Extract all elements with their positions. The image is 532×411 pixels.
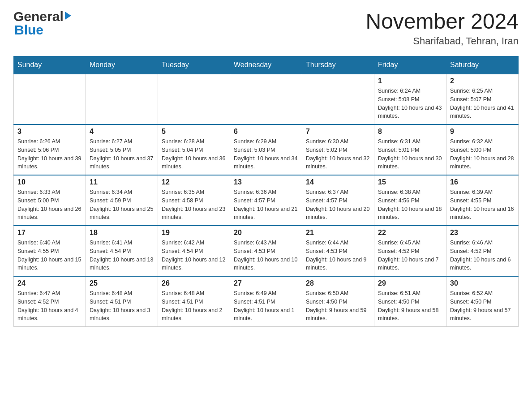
day-number: 13	[234, 178, 298, 186]
day-number: 9	[450, 128, 515, 136]
calendar-header: SundayMondayTuesdayWednesdayThursdayFrid…	[14, 56, 519, 74]
table-row: 10Sunrise: 6:33 AMSunset: 5:00 PMDayligh…	[14, 175, 86, 226]
page-header: General Blue November 2024 Sharifabad, T…	[13, 9, 519, 47]
calendar-table: SundayMondayTuesdayWednesdayThursdayFrid…	[13, 56, 519, 327]
day-number: 20	[234, 229, 298, 237]
logo-arrow-icon	[65, 12, 71, 20]
table-row: 29Sunrise: 6:51 AMSunset: 4:50 PMDayligh…	[374, 276, 446, 327]
day-number: 14	[306, 178, 370, 186]
day-number: 30	[450, 279, 515, 287]
table-row: 12Sunrise: 6:35 AMSunset: 4:58 PMDayligh…	[158, 175, 230, 226]
weekday-header-sunday: Sunday	[14, 56, 86, 74]
day-number: 6	[234, 128, 298, 136]
table-row: 14Sunrise: 6:37 AMSunset: 4:57 PMDayligh…	[302, 175, 374, 226]
table-row: 23Sunrise: 6:46 AMSunset: 4:52 PMDayligh…	[446, 226, 519, 276]
day-number: 23	[450, 229, 515, 237]
table-row	[158, 74, 230, 124]
table-row: 25Sunrise: 6:48 AMSunset: 4:51 PMDayligh…	[86, 276, 158, 327]
day-info: Sunrise: 6:45 AMSunset: 4:52 PMDaylight:…	[378, 239, 442, 272]
day-number: 16	[450, 178, 515, 186]
day-number: 28	[306, 279, 370, 287]
table-row: 4Sunrise: 6:27 AMSunset: 5:05 PMDaylight…	[86, 124, 158, 175]
table-row: 17Sunrise: 6:40 AMSunset: 4:55 PMDayligh…	[14, 226, 86, 276]
day-info: Sunrise: 6:33 AMSunset: 5:00 PMDaylight:…	[17, 188, 82, 222]
week-row-5: 24Sunrise: 6:47 AMSunset: 4:52 PMDayligh…	[14, 276, 519, 327]
location-title: Sharifabad, Tehran, Iran	[365, 35, 519, 47]
day-info: Sunrise: 6:30 AMSunset: 5:02 PMDaylight:…	[306, 137, 370, 171]
weekday-header-friday: Friday	[374, 56, 446, 74]
day-info: Sunrise: 6:35 AMSunset: 4:58 PMDaylight:…	[162, 188, 226, 222]
weekday-header-monday: Monday	[86, 56, 158, 74]
day-number: 11	[90, 178, 154, 186]
week-row-2: 3Sunrise: 6:26 AMSunset: 5:06 PMDaylight…	[14, 124, 519, 175]
day-info: Sunrise: 6:27 AMSunset: 5:05 PMDaylight:…	[90, 137, 154, 171]
table-row	[14, 74, 86, 124]
day-number: 3	[17, 128, 82, 136]
day-number: 5	[162, 128, 226, 136]
table-row: 8Sunrise: 6:31 AMSunset: 5:01 PMDaylight…	[374, 124, 446, 175]
table-row	[230, 74, 302, 124]
day-info: Sunrise: 6:48 AMSunset: 4:51 PMDaylight:…	[162, 289, 226, 323]
day-info: Sunrise: 6:40 AMSunset: 4:55 PMDaylight:…	[17, 239, 82, 272]
day-info: Sunrise: 6:50 AMSunset: 4:50 PMDaylight:…	[306, 289, 370, 323]
table-row: 11Sunrise: 6:34 AMSunset: 4:59 PMDayligh…	[86, 175, 158, 226]
week-row-1: 1Sunrise: 6:24 AMSunset: 5:08 PMDaylight…	[14, 74, 519, 124]
day-number: 1	[378, 77, 442, 85]
weekday-header-wednesday: Wednesday	[230, 56, 302, 74]
day-number: 12	[162, 178, 226, 186]
day-number: 26	[162, 279, 226, 287]
title-block: November 2024 Sharifabad, Tehran, Iran	[365, 9, 519, 47]
day-info: Sunrise: 6:39 AMSunset: 4:55 PMDaylight:…	[450, 188, 515, 222]
day-info: Sunrise: 6:24 AMSunset: 5:08 PMDaylight:…	[378, 87, 442, 120]
table-row: 13Sunrise: 6:36 AMSunset: 4:57 PMDayligh…	[230, 175, 302, 226]
day-number: 10	[17, 178, 82, 186]
table-row: 3Sunrise: 6:26 AMSunset: 5:06 PMDaylight…	[14, 124, 86, 175]
day-info: Sunrise: 6:43 AMSunset: 4:53 PMDaylight:…	[234, 239, 298, 272]
day-number: 25	[90, 279, 154, 287]
week-row-3: 10Sunrise: 6:33 AMSunset: 5:00 PMDayligh…	[14, 175, 519, 226]
table-row: 28Sunrise: 6:50 AMSunset: 4:50 PMDayligh…	[302, 276, 374, 327]
day-number: 21	[306, 229, 370, 237]
day-number: 15	[378, 178, 442, 186]
table-row: 16Sunrise: 6:39 AMSunset: 4:55 PMDayligh…	[446, 175, 519, 226]
day-info: Sunrise: 6:44 AMSunset: 4:53 PMDaylight:…	[306, 239, 370, 272]
day-info: Sunrise: 6:36 AMSunset: 4:57 PMDaylight:…	[234, 188, 298, 222]
day-number: 7	[306, 128, 370, 136]
logo-general-text: General	[13, 9, 64, 24]
day-info: Sunrise: 6:42 AMSunset: 4:54 PMDaylight:…	[162, 239, 226, 272]
day-info: Sunrise: 6:28 AMSunset: 5:04 PMDaylight:…	[162, 137, 226, 171]
day-info: Sunrise: 6:48 AMSunset: 4:51 PMDaylight:…	[90, 289, 154, 323]
table-row: 19Sunrise: 6:42 AMSunset: 4:54 PMDayligh…	[158, 226, 230, 276]
day-info: Sunrise: 6:34 AMSunset: 4:59 PMDaylight:…	[90, 188, 154, 222]
day-info: Sunrise: 6:29 AMSunset: 5:03 PMDaylight:…	[234, 137, 298, 171]
day-info: Sunrise: 6:37 AMSunset: 4:57 PMDaylight:…	[306, 188, 370, 222]
week-row-4: 17Sunrise: 6:40 AMSunset: 4:55 PMDayligh…	[14, 226, 519, 276]
weekday-header-tuesday: Tuesday	[158, 56, 230, 74]
day-number: 17	[17, 229, 82, 237]
day-info: Sunrise: 6:32 AMSunset: 5:00 PMDaylight:…	[450, 137, 515, 171]
day-info: Sunrise: 6:41 AMSunset: 4:54 PMDaylight:…	[90, 239, 154, 272]
table-row: 2Sunrise: 6:25 AMSunset: 5:07 PMDaylight…	[446, 74, 519, 124]
table-row: 22Sunrise: 6:45 AMSunset: 4:52 PMDayligh…	[374, 226, 446, 276]
weekday-header-row: SundayMondayTuesdayWednesdayThursdayFrid…	[14, 56, 519, 74]
table-row: 27Sunrise: 6:49 AMSunset: 4:51 PMDayligh…	[230, 276, 302, 327]
logo: General Blue	[13, 9, 71, 38]
table-row: 5Sunrise: 6:28 AMSunset: 5:04 PMDaylight…	[158, 124, 230, 175]
day-number: 8	[378, 128, 442, 136]
calendar-body: 1Sunrise: 6:24 AMSunset: 5:08 PMDaylight…	[14, 74, 519, 327]
table-row: 7Sunrise: 6:30 AMSunset: 5:02 PMDaylight…	[302, 124, 374, 175]
table-row: 30Sunrise: 6:52 AMSunset: 4:50 PMDayligh…	[446, 276, 519, 327]
day-number: 29	[378, 279, 442, 287]
day-info: Sunrise: 6:46 AMSunset: 4:52 PMDaylight:…	[450, 239, 515, 272]
table-row	[86, 74, 158, 124]
weekday-header-saturday: Saturday	[446, 56, 519, 74]
table-row: 24Sunrise: 6:47 AMSunset: 4:52 PMDayligh…	[14, 276, 86, 327]
table-row: 20Sunrise: 6:43 AMSunset: 4:53 PMDayligh…	[230, 226, 302, 276]
day-info: Sunrise: 6:31 AMSunset: 5:01 PMDaylight:…	[378, 137, 442, 171]
day-info: Sunrise: 6:38 AMSunset: 4:56 PMDaylight:…	[378, 188, 442, 222]
day-number: 18	[90, 229, 154, 237]
table-row	[302, 74, 374, 124]
day-number: 19	[162, 229, 226, 237]
table-row: 6Sunrise: 6:29 AMSunset: 5:03 PMDaylight…	[230, 124, 302, 175]
table-row: 21Sunrise: 6:44 AMSunset: 4:53 PMDayligh…	[302, 226, 374, 276]
